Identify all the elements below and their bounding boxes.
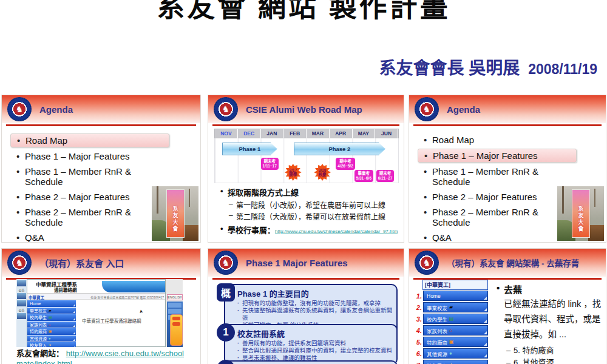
- header-rule: [6, 124, 196, 126]
- presenter-name: 系友會會長 吳明展: [379, 59, 520, 78]
- old-page-fragment: 公告 公告: [16, 279, 27, 347]
- tiny-label: 公告: [17, 308, 26, 312]
- slide-header: ♞ （現有）系友會 入口: [2, 249, 200, 277]
- thumbnail-block: [17, 280, 26, 286]
- calendar-link[interactable]: http://www.chu.edu.tw/chinese/calendar/c…: [275, 229, 398, 234]
- slide-title: （現有）系友會 網站架構 - 去蕪存菁: [447, 249, 579, 277]
- panel-block: [168, 303, 181, 308]
- feature-1-badge: 1: [217, 323, 235, 342]
- timeline: NOV DEC JAN FEB MAR APR MAY JUN Phase 1 …: [214, 129, 399, 183]
- book-icon: ▤: [449, 317, 454, 322]
- grad-cap-icon: ▰: [49, 309, 52, 312]
- wood-planter: [588, 225, 604, 241]
- tree-trunk: [157, 186, 158, 214]
- menu-row-families: 4. 家族列表⌂: [414, 325, 488, 336]
- slide-title: Agenda: [39, 95, 73, 123]
- menu-number: 3.: [414, 315, 423, 323]
- site-subname: 通訊聯絡網: [54, 286, 77, 293]
- feature-heading: 校友註冊系統: [237, 328, 393, 339]
- agenda-item-qa: Q&A: [10, 231, 169, 243]
- feature-heading: Phase 1 的主要目的: [237, 288, 393, 299]
- portal-center-text: 中華資訊工程學系通訊聯絡網: [82, 317, 141, 324]
- agenda-item-p1-rnr: Phase 1 – Member RnR & Schedule: [418, 165, 577, 188]
- prune-paragraph: 已經無法連結的 link ，找尋取代資料、程式，或是直接拔掉。如 ...: [504, 297, 603, 342]
- calendar-icon: ⌂: [449, 328, 452, 333]
- event-school-opens-star: 2/17開學: [285, 164, 302, 181]
- menu-number: 1.: [414, 292, 423, 300]
- agenda-item-p1-features: Phase 1 – Major Features: [10, 150, 169, 163]
- menu-item-resources: 其他資源●: [27, 335, 76, 342]
- month-label: FEB: [283, 129, 307, 138]
- campus-banner-photo: 系友大會: [152, 186, 198, 241]
- book-icon: ▤: [49, 315, 52, 319]
- menu-number: 2.: [414, 304, 423, 311]
- menu-item-vendors: 特約廠商▣: [27, 328, 76, 335]
- header-rule: [413, 124, 602, 126]
- month-label: NOV: [215, 129, 238, 138]
- month-label: MAR: [307, 129, 330, 138]
- tree-trunk: [562, 186, 564, 214]
- calendar-icon: ⌂: [49, 323, 51, 326]
- phase2-arrow: Phase 2: [294, 143, 385, 155]
- slide-phase1-features: ♞ Phase 1 Major Features 概 Phase 1 的主要目的…: [208, 248, 404, 364]
- agenda-item-p2-rnr: Phase 2 – Member RnR & Schedule: [418, 206, 577, 229]
- portal-masthead: 中華資訊工程學系 通訊聯絡網: [27, 280, 165, 294]
- horse-emblem-icon: ♞: [222, 258, 230, 267]
- csie-logo: ♞: [7, 251, 32, 275]
- campus-banner-photo: 系友大會: [557, 186, 604, 241]
- slide-title: CSIE Alumi Web Road Map: [246, 95, 362, 123]
- slide-agenda-roadmap: ♞ Agenda Road Map Phase 1 – Major Featur…: [1, 95, 201, 243]
- thumbnail-block: [17, 313, 26, 319]
- slide-header: ♞ CSIE Alumi Web Road Map: [208, 95, 404, 123]
- month-label: JAN: [261, 129, 284, 138]
- vendor-icon: ▣: [449, 340, 454, 345]
- roadmap-notes: 採取兩階段方式上線 第一階段（小改版），希望在農曆年前可以上線 第二階段（大改版…: [219, 186, 399, 235]
- menu-item-home: Home: [27, 300, 76, 307]
- month-label: DEC: [238, 129, 261, 138]
- menu-row-alumni: 2. 畢業校友▰: [414, 302, 488, 313]
- overview-badge: 概: [217, 283, 235, 302]
- csie-logo: ♞: [214, 97, 238, 121]
- menu-number: 6.: [414, 350, 423, 357]
- menu-item-families: 家族列表⌂: [27, 322, 76, 328]
- menu-row-home: 1. Home: [414, 290, 488, 302]
- mouse-cursor-icon: ➤: [138, 309, 144, 314]
- menu-item-alumni-login: 校友登入✦: [27, 342, 76, 347]
- structure-notes: 去蕪 已經無法連結的 link ，找尋取代資料、程式，或是直接拔掉。如 ... …: [495, 283, 603, 364]
- portal-address-bar: 中華資工 位址:新竹市香山區五福路二段707號 電話:(03)5186417: [27, 294, 165, 300]
- agenda-item-p2-features: Phase 2 – Major Features: [10, 190, 169, 203]
- menu-number: 7.: [414, 362, 423, 364]
- agenda-item-p1-features: Phase 1 – Major Features: [418, 149, 577, 163]
- menu-row-resources: 6. 其他資源●: [414, 348, 488, 359]
- english-tab: ENGLISH: [167, 294, 183, 300]
- agenda-item-p1-rnr: Phase 1 – Member RnR & Schedule: [10, 165, 169, 188]
- feature-2-badge: 2: [217, 360, 235, 364]
- site-menu-screenshot: [中華資工] 1. Home 2. 畢業校友▰ 3. 校內學生▤ 4. 家族列表…: [414, 280, 488, 364]
- event-midterm-exam: 期中考4/26~5/2: [336, 158, 354, 170]
- panel-block: [168, 309, 181, 314]
- thumbnail-block: [17, 300, 26, 306]
- horse-emblem-icon: ♞: [423, 258, 431, 267]
- globe-icon: ●: [49, 337, 51, 340]
- timeline-body: Phase 1 Phase 2 期末考1/11~17 2/17開學 3/28校慶…: [214, 138, 399, 183]
- note-stage2: 第二階段（大改版），希望可以在放暑假前上線: [229, 211, 399, 221]
- globe-icon: ●: [449, 351, 452, 356]
- vendor-icon: ▣: [49, 329, 52, 333]
- feature-line: 把現有的功能做整理，沒有用的功能可先隱藏，或拿掉: [237, 300, 393, 307]
- slide-header: ♞ （現有）系友會 網站架構 - 去蕪存菁: [409, 249, 606, 277]
- horse-emblem-icon: ♞: [423, 105, 431, 113]
- menu-row-students: 3. 校內學生▤: [414, 313, 488, 325]
- mascot-detail: [172, 322, 180, 326]
- tree-trunk: [594, 189, 595, 207]
- feature-box-registration: 1 校友註冊系統 善用既有的功能，提供系友回籠填寫資料 整合與比對通訊錄與資料庫…: [224, 324, 398, 364]
- agenda-item-p2-rnr: Phase 2 – Member RnR & Schedule: [10, 206, 169, 229]
- wood-planter: [183, 225, 198, 241]
- horse-emblem-icon: ♞: [222, 105, 230, 113]
- header-rule: [212, 278, 399, 280]
- portal-page: 中華資訊工程學系 通訊聯絡網 中華資工 位址:新竹市香山區五福路二段707號 電…: [27, 279, 166, 347]
- page-title: 系友會 網站 製作計畫: [0, 0, 607, 24]
- agenda-item-road-map: Road Map: [418, 133, 577, 146]
- mascot-graphic: [170, 314, 183, 346]
- event-anniversary-star: 3/28校慶: [314, 164, 331, 181]
- masthead-banner: [102, 281, 165, 292]
